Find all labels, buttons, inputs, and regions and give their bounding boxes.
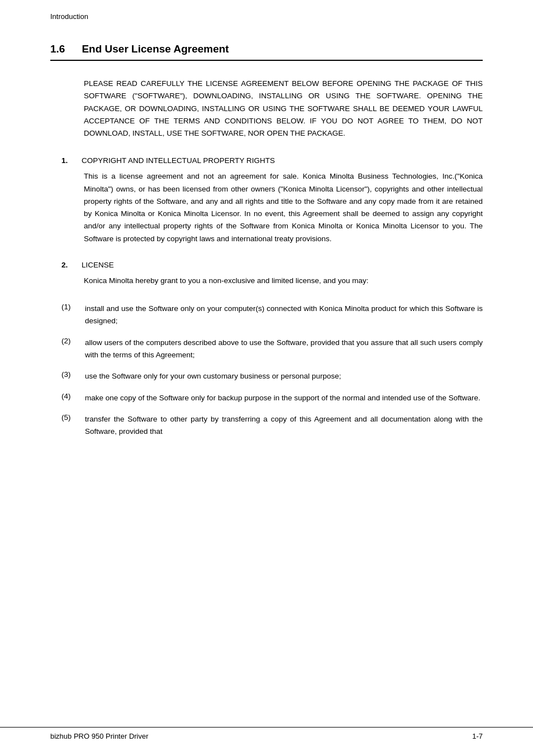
section-1-header: 1. COPYRIGHT AND INTELLECTUAL PROPERTY R…: [61, 156, 483, 165]
list-item-2: (2) allow users of the computers describ…: [61, 337, 483, 362]
section-1-num: 1.: [61, 156, 73, 165]
list-item-3-num: (3): [61, 370, 77, 379]
license-list: (1) install and use the Software only on…: [50, 303, 483, 438]
page: Introduction 1.6 End User License Agreem…: [0, 0, 533, 756]
header: Introduction: [0, 0, 533, 26]
breadcrumb: Introduction: [50, 12, 88, 21]
footer: bizhub PRO 950 Printer Driver 1-7: [0, 727, 533, 745]
list-item-4-num: (4): [61, 392, 77, 400]
section-2-label: LICENSE: [82, 261, 114, 269]
list-item-1-body: install and use the Software only on you…: [85, 303, 483, 328]
section-1-label: COPYRIGHT AND INTELLECTUAL PROPERTY RIGH…: [82, 156, 275, 165]
section-number: 1.6: [50, 43, 65, 55]
list-item-4: (4) make one copy of the Software only f…: [61, 392, 483, 404]
section-2-header: 2. LICENSE: [61, 261, 483, 269]
numbered-section-2: 2. LICENSE Konica Minolta hereby grant t…: [50, 261, 483, 287]
preamble-text: PLEASE READ CAREFULLY THE LICENSE AGREEM…: [84, 78, 483, 140]
section-heading: End User License Agreement: [82, 43, 229, 55]
list-item-4-body: make one copy of the Software only for b…: [85, 392, 483, 404]
section-2-body: Konica Minolta hereby grant to you a non…: [84, 275, 483, 287]
footer-product-name: bizhub PRO 950 Printer Driver: [50, 732, 149, 740]
list-item-5: (5) transfer the Software to other party…: [61, 413, 483, 438]
main-content: 1.6 End User License Agreement PLEASE RE…: [0, 26, 533, 480]
list-item-5-body: transfer the Software to other party by …: [85, 413, 483, 438]
list-item-2-num: (2): [61, 337, 77, 345]
numbered-section-1: 1. COPYRIGHT AND INTELLECTUAL PROPERTY R…: [50, 156, 483, 245]
section-2-num: 2.: [61, 261, 73, 269]
footer-page-number: 1-7: [472, 732, 483, 740]
section-1-body: This is a license agreement and not an a…: [84, 170, 483, 245]
list-item-2-body: allow users of the computers described a…: [85, 337, 483, 362]
list-item-3: (3) use the Software only for your own c…: [61, 370, 483, 382]
list-item-3-body: use the Software only for your own custo…: [85, 370, 483, 382]
list-item-1: (1) install and use the Software only on…: [61, 303, 483, 328]
section-title: 1.6 End User License Agreement: [50, 43, 483, 61]
list-item-5-num: (5): [61, 413, 77, 422]
list-item-1-num: (1): [61, 303, 77, 311]
